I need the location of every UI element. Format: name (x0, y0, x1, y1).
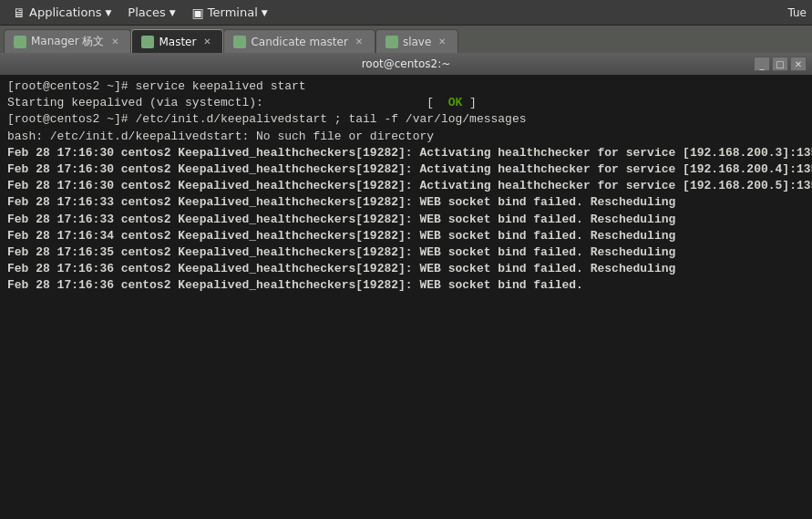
system-bar: 🖥 Applications ▼ Places ▼ ▣ Terminal ▼ T… (0, 0, 812, 26)
terminal-window: root@centos2:~ _ □ ✕ [root@centos2 ~]# s… (0, 53, 812, 519)
terminal-label: Terminal (208, 5, 258, 19)
applications-menu[interactable]: 🖥 Applications ▼ (5, 4, 118, 22)
tab-candicate-close[interactable]: ✕ (353, 36, 365, 48)
terminal-title: root@centos2:~ (362, 57, 451, 70)
tab-candicate-icon (233, 36, 246, 48)
tab-manager-icon (14, 36, 26, 48)
tab-candicate[interactable]: Candicate master ✕ (223, 29, 375, 53)
system-time: Tue (788, 6, 807, 19)
tab-master-close[interactable]: ✕ (200, 36, 213, 48)
ok-status: OK (448, 96, 463, 109)
places-label: Places (128, 5, 165, 19)
applications-label: Applications (29, 5, 101, 19)
terminal-close[interactable]: ✕ (790, 57, 807, 71)
tab-slave[interactable]: slave ✕ (375, 29, 458, 53)
tab-manager-close[interactable]: ✕ (108, 36, 121, 48)
places-chevron: ▼ (170, 8, 176, 17)
terminal-menu[interactable]: ▣ Terminal ▼ (185, 4, 275, 22)
system-bar-left: 🖥 Applications ▼ Places ▼ ▣ Terminal ▼ (5, 4, 275, 22)
terminal-titlebar: root@centos2:~ _ □ ✕ (0, 53, 812, 75)
applications-icon: 🖥 (13, 5, 26, 20)
terminal-output[interactable]: [root@centos2 ~]# service keepalived sta… (0, 75, 812, 519)
terminal-line-2: Starting keepalived (via systemctl): [ O… (7, 95, 805, 111)
terminal-line-11: Feb 28 17:16:35 centos2 Keepalived_healt… (7, 244, 805, 261)
terminal-line-7: Feb 28 17:16:30 centos2 Keepalived_healt… (7, 178, 805, 194)
tab-slave-label: slave (403, 36, 431, 48)
tab-manager[interactable]: Manager 杨文 ✕ (4, 29, 131, 53)
terminal-icon: ▣ (192, 5, 204, 20)
terminal-line-13: Feb 28 17:16:36 centos2 Keepalived_healt… (7, 277, 805, 294)
tab-manager-label: Manager 杨文 (31, 34, 104, 49)
terminal-line-9: Feb 28 17:16:33 centos2 Keepalived_healt… (7, 212, 805, 228)
terminal-line-12: Feb 28 17:16:36 centos2 Keepalived_healt… (7, 261, 805, 277)
terminal-line-6: Feb 28 17:16:30 centos2 Keepalived_healt… (7, 161, 805, 178)
terminal-line-1: [root@centos2 ~]# service keepalived sta… (7, 78, 805, 95)
tab-slave-close[interactable]: ✕ (436, 36, 448, 48)
tab-master-icon (141, 36, 154, 48)
tab-master[interactable]: Master ✕ (131, 29, 223, 53)
tab-slave-icon (385, 36, 398, 48)
tab-master-label: Master (159, 36, 196, 48)
terminal-controls: _ □ ✕ (754, 57, 807, 71)
terminal-chevron: ▼ (262, 8, 268, 17)
terminal-maximize[interactable]: □ (772, 57, 788, 71)
places-menu[interactable]: Places ▼ (120, 4, 182, 21)
tab-bar: Manager 杨文 ✕ Master ✕ Candicate master ✕… (0, 26, 812, 53)
terminal-line-3: [root@centos2 ~]# /etc/init.d/keepalived… (7, 111, 805, 128)
applications-chevron: ▼ (105, 8, 111, 17)
terminal-line-4: bash: /etc/init.d/keepalivedstart: No su… (7, 129, 805, 145)
terminal-line-5: Feb 28 17:16:30 centos2 Keepalived_healt… (7, 145, 805, 161)
terminal-line-10: Feb 28 17:16:34 centos2 Keepalived_healt… (7, 228, 805, 244)
tab-candicate-label: Candicate master (251, 36, 347, 48)
terminal-minimize[interactable]: _ (754, 57, 770, 71)
terminal-line-8: Feb 28 17:16:33 centos2 Keepalived_healt… (7, 194, 805, 211)
